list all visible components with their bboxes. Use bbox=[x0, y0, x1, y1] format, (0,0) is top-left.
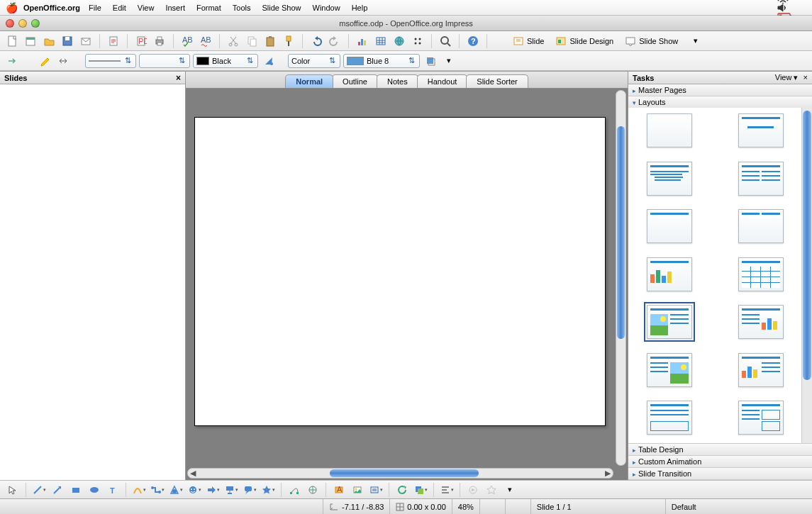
volume-icon[interactable] bbox=[777, 4, 787, 12]
apple-menu-icon[interactable]: 🍎 bbox=[6, 2, 18, 13]
section-slide-transition[interactable]: ▸Slide Transition bbox=[628, 468, 812, 480]
layout-2title[interactable] bbox=[738, 209, 784, 243]
layout-title-chart[interactable] bbox=[647, 257, 692, 291]
layout-title-2text-over[interactable] bbox=[647, 401, 692, 435]
fontwork-tool[interactable]: A bbox=[330, 483, 347, 497]
rotate-tool[interactable] bbox=[394, 483, 411, 497]
open-button[interactable] bbox=[41, 33, 57, 49]
save-button[interactable] bbox=[60, 33, 75, 49]
slides-panel-body[interactable] bbox=[0, 84, 185, 480]
menu-slideshow[interactable]: Slide Show bbox=[262, 4, 301, 12]
select-tool[interactable] bbox=[4, 483, 21, 497]
tasks-panel-close-icon[interactable]: × bbox=[803, 73, 808, 82]
show-draw-button[interactable] bbox=[410, 33, 426, 49]
templates-button[interactable] bbox=[23, 33, 38, 49]
section-custom-animation[interactable]: ▸Custom Animation bbox=[628, 456, 812, 468]
text-tool[interactable]: T bbox=[104, 483, 121, 497]
fill-mode-combo[interactable]: Color ⇅ bbox=[288, 54, 340, 68]
edit-file-button[interactable] bbox=[106, 33, 121, 49]
curve-tool[interactable] bbox=[130, 483, 148, 497]
line-style-combo[interactable]: ⇅ bbox=[85, 54, 136, 68]
slides-panel-close-icon[interactable]: × bbox=[176, 73, 181, 83]
hscroll-right-icon[interactable]: ▶ bbox=[603, 469, 613, 478]
layout-title-bullets[interactable] bbox=[647, 162, 692, 196]
layout-title-2content[interactable] bbox=[738, 162, 784, 196]
layouts-scrollbar[interactable] bbox=[801, 108, 812, 443]
slide-button[interactable]: Slide bbox=[508, 33, 548, 49]
block-arrows-tool[interactable] bbox=[204, 483, 221, 497]
app-name[interactable]: OpenOffice.org bbox=[23, 4, 80, 12]
line-color-combo[interactable]: Black ⇅ bbox=[193, 54, 258, 68]
toolbar-overflow-button[interactable]: ▾ bbox=[688, 33, 703, 49]
table-button[interactable] bbox=[373, 33, 389, 49]
autospell-button[interactable]: ABC bbox=[198, 33, 213, 49]
layout-title-text-2obj[interactable] bbox=[738, 401, 784, 435]
tab-notes[interactable]: Notes bbox=[377, 74, 418, 88]
highlight-button[interactable] bbox=[37, 53, 52, 69]
menu-format[interactable]: Format bbox=[196, 4, 221, 12]
layout-title-text-image[interactable] bbox=[647, 353, 692, 387]
line-tool[interactable] bbox=[30, 483, 48, 497]
chart-button[interactable] bbox=[355, 33, 370, 49]
export-pdf-button[interactable]: PDF bbox=[133, 33, 149, 49]
align-tool[interactable] bbox=[438, 483, 455, 497]
menu-window[interactable]: Window bbox=[313, 4, 340, 12]
menu-edit[interactable]: Edit bbox=[113, 4, 126, 12]
section-table-design[interactable]: ▸Table Design bbox=[628, 444, 812, 456]
menu-insert[interactable]: Insert bbox=[165, 4, 185, 12]
tab-normal[interactable]: Normal bbox=[285, 74, 333, 88]
vscroll-thumb[interactable] bbox=[617, 126, 625, 339]
section-master-pages[interactable]: ▸Master Pages bbox=[628, 84, 812, 96]
hscroll-left-icon[interactable]: ◀ bbox=[188, 469, 198, 478]
gallery-tool[interactable] bbox=[367, 483, 384, 497]
status-selection-mode[interactable] bbox=[505, 499, 530, 514]
spellcheck-button[interactable]: ABC bbox=[179, 33, 195, 49]
line-width-combo[interactable]: ⇅ bbox=[139, 54, 190, 68]
arrow-tool[interactable] bbox=[49, 483, 66, 497]
menu-tools[interactable]: Tools bbox=[233, 4, 251, 12]
tasks-view-menu[interactable]: View bbox=[775, 73, 792, 82]
hyperlink-button[interactable] bbox=[391, 33, 407, 49]
layout-title-table[interactable] bbox=[738, 257, 784, 291]
slide-design-button[interactable]: Slide Design bbox=[551, 33, 618, 49]
layout-title-only[interactable] bbox=[647, 209, 692, 243]
arrow-style-button[interactable] bbox=[4, 53, 20, 69]
horizontal-scrollbar[interactable]: ◀ ▶ bbox=[187, 468, 613, 479]
from-file-tool[interactable] bbox=[349, 483, 366, 497]
undo-button[interactable] bbox=[308, 33, 324, 49]
status-layout[interactable]: Default bbox=[665, 499, 812, 514]
layout-title-text-chart[interactable] bbox=[738, 305, 784, 339]
print-direct-button[interactable] bbox=[152, 33, 167, 49]
hscroll-thumb[interactable] bbox=[330, 469, 479, 477]
copy-button[interactable] bbox=[244, 33, 260, 49]
drawbar-overflow-button[interactable]: ▾ bbox=[501, 483, 518, 497]
menu-file[interactable]: File bbox=[89, 4, 101, 12]
ellipse-tool[interactable] bbox=[86, 483, 103, 497]
vertical-scrollbar[interactable] bbox=[616, 90, 626, 466]
layouts-scroll-thumb[interactable] bbox=[803, 111, 811, 380]
toolbar2-overflow-button[interactable]: ▾ bbox=[441, 53, 457, 69]
tab-outline[interactable]: Outline bbox=[332, 74, 378, 88]
symbol-shapes-tool[interactable] bbox=[186, 483, 203, 497]
cut-button[interactable] bbox=[226, 33, 241, 49]
callouts-tool[interactable] bbox=[241, 483, 258, 497]
shadow-button[interactable] bbox=[423, 53, 438, 69]
slide-canvas[interactable] bbox=[194, 117, 606, 426]
redo-button[interactable] bbox=[327, 33, 343, 49]
stars-tool[interactable] bbox=[260, 483, 277, 497]
connector-tool[interactable] bbox=[149, 483, 166, 497]
menu-view[interactable]: View bbox=[138, 4, 155, 12]
slideshow-button[interactable]: Slide Show bbox=[621, 33, 682, 49]
arrow-ends-button[interactable] bbox=[55, 53, 71, 69]
points-tool[interactable] bbox=[286, 483, 303, 497]
animation-tool[interactable] bbox=[483, 483, 500, 497]
status-insert-mode[interactable] bbox=[479, 499, 505, 514]
gluepoints-tool[interactable] bbox=[304, 483, 321, 497]
zoom-button[interactable] bbox=[438, 33, 453, 49]
layout-title[interactable] bbox=[738, 113, 784, 147]
status-zoom[interactable]: 48% bbox=[452, 499, 479, 514]
format-paintbrush-button[interactable] bbox=[281, 33, 296, 49]
menu-help[interactable]: Help bbox=[352, 4, 368, 12]
layout-title-chart-text[interactable] bbox=[738, 353, 784, 387]
layout-title-image-text[interactable] bbox=[647, 305, 692, 339]
